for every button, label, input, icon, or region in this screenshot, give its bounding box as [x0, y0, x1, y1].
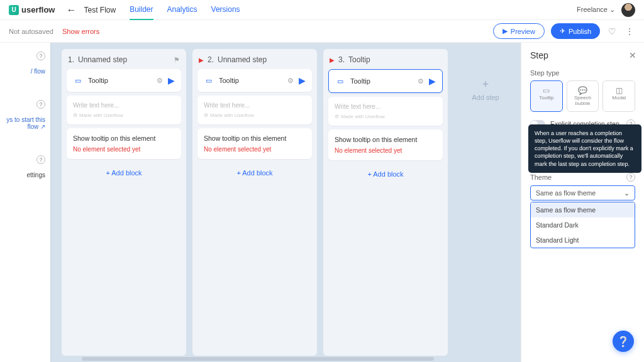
help-tooltip: When a user reaches a completion step, U… — [528, 124, 641, 173]
theme-label: Theme — [530, 173, 552, 181]
tooltip-card[interactable]: ▭Tooltip⚙▶ — [67, 69, 181, 92]
tab-versions[interactable]: Versions — [211, 0, 240, 20]
avatar[interactable] — [621, 3, 635, 17]
help-icon[interactable]: ? — [36, 100, 45, 109]
preview-button[interactable]: ▶Preview — [493, 23, 545, 39]
theme-option[interactable]: Same as flow theme — [531, 202, 635, 217]
steps-row: 1.Unnamed step⚑ ▭Tooltip⚙▶ Write text he… — [50, 43, 528, 362]
content-card[interactable]: Write text here... ⚙ Made with Userflow — [67, 96, 181, 124]
sidebar-settings[interactable]: ettings — [5, 172, 45, 178]
logo-text: userflow — [21, 5, 55, 14]
tooltip-card[interactable]: ▭Tooltip⚙▶ — [328, 69, 443, 93]
error-text: No element selected yet — [335, 147, 436, 154]
gear-icon[interactable]: ⚙ — [418, 77, 424, 85]
step-title[interactable]: Tooltip — [348, 55, 370, 64]
logo-mark-icon: U — [9, 5, 19, 15]
tooltip-card[interactable]: ▭Tooltip⚙▶ — [197, 69, 312, 92]
type-tile-tooltip[interactable]: ▭Tooltip — [530, 80, 563, 112]
made-with-badge: ⚙ Made with Userflow — [73, 112, 175, 118]
add-step-button[interactable]: + Add step — [454, 49, 517, 356]
inspector-panel: Step ✕ Step type ▭Tooltip 💬Speech bubble… — [521, 43, 644, 362]
flow-name[interactable]: Test Flow — [84, 6, 116, 14]
error-dot-icon: ▶ — [330, 57, 335, 63]
workspace-switcher[interactable]: Freelance ⌄ — [577, 6, 615, 14]
play-icon[interactable]: ▶ — [429, 76, 436, 86]
step-column: 1.Unnamed step⚑ ▭Tooltip⚙▶ Write text he… — [62, 49, 186, 356]
error-dot-icon: ▶ — [199, 57, 204, 63]
step-number: 2. — [208, 55, 214, 64]
content-card[interactable]: Write text here... ⚙ Made with Userflow — [328, 97, 443, 126]
theme-option[interactable]: Standard Light — [531, 233, 635, 248]
step-title[interactable]: Unnamed step — [78, 55, 127, 64]
autosave-status: Not autosaved — [9, 28, 53, 35]
made-with-badge: ⚙ Made with Userflow — [335, 114, 436, 119]
step-column: ▶2.Unnamed step ▭Tooltip⚙▶ Write text he… — [192, 49, 317, 356]
content-card[interactable]: Write text here... ⚙ Made with Userflow — [197, 96, 312, 124]
show-errors-link[interactable]: Show errors — [62, 28, 99, 35]
tooltip-icon: ▭ — [335, 77, 345, 85]
theme-option[interactable]: Standard Dark — [531, 217, 635, 233]
publish-button[interactable]: ✈Publish — [551, 23, 600, 39]
theme-select[interactable]: Same as flow theme⌄ — [530, 185, 635, 200]
plus-icon: + — [482, 78, 489, 91]
add-block-button[interactable]: + Add block — [328, 170, 443, 178]
sidebar-start[interactable]: ys to start this flow ↗ — [5, 116, 45, 130]
external-link-icon: ↗ — [40, 123, 45, 130]
sidebar-flow[interactable]: / flow — [5, 68, 45, 75]
error-text: No element selected yet — [73, 146, 175, 153]
more-icon[interactable]: ⋮ — [624, 26, 635, 37]
back-button[interactable]: ← — [66, 4, 76, 16]
step-number: 3. — [338, 55, 345, 64]
play-icon: ▶ — [502, 27, 508, 35]
text-placeholder[interactable]: Write text here... — [204, 102, 306, 109]
step-number: 1. — [68, 55, 74, 64]
text-placeholder[interactable]: Write text here... — [335, 103, 436, 110]
play-icon[interactable]: ▶ — [168, 75, 175, 85]
target-card[interactable]: Show tooltip on this element No element … — [328, 129, 443, 160]
text-placeholder[interactable]: Write text here... — [73, 102, 175, 109]
step-column: ▶3.Tooltip ▭Tooltip⚙▶ Write text here...… — [323, 49, 448, 356]
gear-icon[interactable]: ⚙ — [157, 77, 163, 85]
inspector-title: Step — [530, 50, 635, 60]
idea-icon[interactable]: ♡ — [606, 26, 618, 37]
send-icon: ✈ — [560, 27, 565, 35]
help-icon[interactable]: ? — [36, 155, 45, 164]
tab-analytics[interactable]: Analytics — [167, 0, 197, 20]
help-icon[interactable]: ? — [36, 52, 45, 60]
close-icon[interactable]: ✕ — [629, 50, 636, 60]
type-tile-modal[interactable]: ◫Modal — [602, 80, 635, 112]
type-tile-speech[interactable]: 💬Speech bubble — [567, 80, 599, 112]
sidebar: ? / flow ? ys to start this flow ↗ ? ett… — [0, 43, 50, 362]
logo[interactable]: U userflow — [9, 5, 55, 15]
horizontal-scrollbar[interactable] — [82, 357, 434, 361]
tooltip-icon: ▭ — [204, 77, 214, 85]
play-icon[interactable]: ▶ — [299, 75, 306, 85]
add-block-button[interactable]: + Add block — [197, 169, 312, 177]
target-card[interactable]: Show tooltip on this element No element … — [197, 128, 312, 159]
theme-dropdown: Same as flow theme Standard Dark Standar… — [530, 202, 635, 248]
flag-icon[interactable]: ⚑ — [174, 56, 180, 64]
gear-icon[interactable]: ⚙ — [287, 77, 294, 85]
tooltip-icon: ▭ — [73, 77, 83, 85]
step-title[interactable]: Unnamed step — [218, 55, 267, 64]
target-card[interactable]: Show tooltip on this element No element … — [67, 128, 181, 159]
add-block-button[interactable]: + Add block — [67, 169, 181, 177]
error-text: No element selected yet — [204, 146, 306, 153]
chevron-down-icon: ⌄ — [624, 189, 630, 197]
help-fab[interactable]: ❔ — [613, 331, 634, 352]
made-with-badge: ⚙ Made with Userflow — [204, 112, 306, 118]
tab-builder[interactable]: Builder — [130, 0, 153, 20]
step-type-label: Step type — [530, 69, 559, 77]
